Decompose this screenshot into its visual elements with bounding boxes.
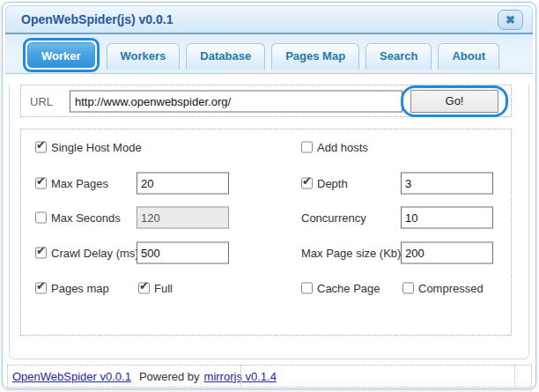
dialog-titlebar: OpenWebSpider(js) v0.0.1 ✖	[5, 5, 533, 33]
pages-map-label: Pages map	[51, 282, 109, 295]
single-host-mode-label: Single Host Mode	[51, 141, 142, 154]
max-seconds-label: Max Seconds	[51, 211, 121, 225]
powered-by-text: Powered by	[139, 370, 200, 383]
full-label: Full	[154, 282, 173, 295]
close-button[interactable]: ✖	[498, 10, 523, 30]
active-tab-focus-ring: Worker	[23, 38, 100, 72]
url-label: URL	[30, 94, 53, 107]
compressed-checkbox[interactable]	[402, 283, 414, 294]
max-pages-input[interactable]	[137, 173, 229, 195]
add-hosts-label: Add hosts	[317, 141, 368, 154]
close-icon: ✖	[506, 14, 515, 26]
go-button-focus-ring: Go!	[401, 85, 508, 117]
options-fieldset: Single Host Mode Add hosts Max Pages Dep…	[20, 129, 512, 336]
max-page-size-label: Max Page size (Kb)	[301, 247, 401, 260]
max-pages-label: Max Pages	[51, 177, 108, 190]
pages-map-checkbox[interactable]	[35, 283, 47, 294]
depth-label: Depth	[317, 177, 348, 190]
single-host-mode-checkbox[interactable]	[35, 142, 47, 153]
max-pages-checkbox[interactable]	[35, 178, 47, 189]
concurrency-input[interactable]	[401, 207, 493, 229]
tab-search[interactable]: Search	[365, 43, 432, 70]
options-row-2: Max Pages Depth	[21, 172, 511, 195]
footer-end-cell	[514, 365, 532, 388]
max-seconds-input	[137, 207, 229, 229]
crawl-delay-checkbox[interactable]	[35, 248, 47, 259]
go-button[interactable]: Go!	[410, 90, 498, 113]
cache-page-label: Cache Page	[317, 282, 380, 295]
tab-database[interactable]: Database	[186, 43, 265, 70]
url-fieldset: URL Go!	[20, 85, 512, 117]
compressed-label: Compressed	[418, 282, 484, 295]
options-row-4: Crawl Delay (ms) Max Page size (Kb)	[21, 241, 511, 264]
options-row-3: Max Seconds Concurrency	[21, 206, 511, 229]
footer-credits: OpenWebSpider v0.0.1 Powered by mirrorjs…	[7, 365, 241, 388]
cache-page-checkbox[interactable]	[301, 283, 313, 294]
concurrency-label: Concurrency	[301, 211, 366, 225]
depth-input[interactable]	[401, 173, 493, 195]
add-hosts-checkbox[interactable]	[301, 142, 313, 153]
full-checkbox[interactable]	[138, 283, 150, 294]
crawl-delay-input[interactable]	[137, 242, 229, 264]
tab-pages-map[interactable]: Pages Map	[271, 43, 359, 70]
footer-spacer	[240, 365, 515, 388]
tab-workers[interactable]: Workers	[107, 43, 181, 70]
max-seconds-checkbox[interactable]	[35, 212, 47, 224]
worker-panel: URL Go! Single Host Mode Add hosts Max P…	[9, 85, 529, 359]
tab-about[interactable]: About	[438, 43, 499, 70]
options-row-5: Pages map Full Cache Page Compressed	[21, 277, 511, 300]
openwebspider-link[interactable]: OpenWebSpider v0.0.1	[12, 370, 131, 383]
options-row-1: Single Host Mode Add hosts	[21, 136, 511, 159]
url-input[interactable]	[70, 90, 402, 112]
tab-bar: Worker Workers Database Pages Map Search…	[5, 33, 533, 74]
footer: OpenWebSpider v0.0.1 Powered by mirrorjs…	[7, 365, 532, 388]
tab-worker[interactable]: Worker	[27, 42, 95, 68]
crawl-delay-label: Crawl Delay (ms)	[51, 247, 139, 260]
dialog-title: OpenWebSpider(js) v0.0.1	[21, 12, 173, 26]
openwebspider-dialog: OpenWebSpider(js) v0.0.1 ✖ Worker Worker…	[2, 2, 536, 389]
max-page-size-input[interactable]	[401, 242, 493, 264]
depth-checkbox[interactable]	[301, 178, 313, 189]
